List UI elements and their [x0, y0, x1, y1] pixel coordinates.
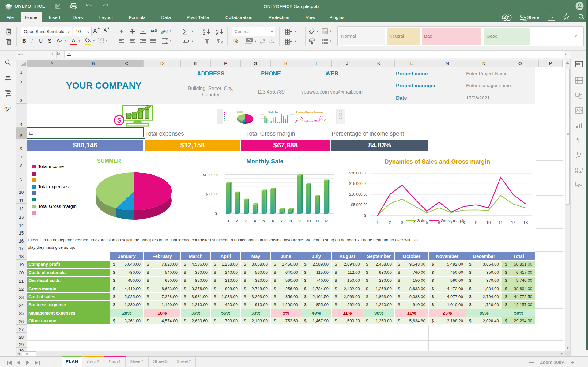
svg-text:11: 11 — [499, 220, 503, 225]
svg-text:A: A — [203, 28, 205, 32]
svg-text:5: 5 — [426, 220, 428, 225]
svg-text:-: - — [263, 122, 264, 124]
svg-text:$-: $- — [215, 212, 218, 215]
svg-text:2: 2 — [236, 219, 238, 223]
svg-text:1,000.00: 1,000.00 — [260, 114, 264, 115]
svg-text:$20,000.00: $20,000.00 — [349, 171, 368, 175]
svg-text:$5,000.00: $5,000.00 — [351, 203, 368, 207]
svg-text:2: 2 — [507, 16, 510, 20]
svg-text:Sale: Sale — [417, 218, 425, 223]
svg-text:Gross margin: Gross margin — [441, 218, 466, 223]
svg-text:Monthly Sale: Monthly Sale — [269, 111, 278, 113]
svg-text:ABC: ABC — [4, 106, 11, 109]
svg-text:Total expenses: Total expenses — [226, 116, 234, 117]
svg-text:2: 2 — [389, 220, 391, 225]
svg-text:$: $ — [117, 117, 121, 124]
svg-text:9: 9 — [298, 219, 301, 223]
svg-text:10,000.00: 10,000.00 — [290, 117, 294, 118]
svg-text:SUMMER: SUMMER — [97, 158, 121, 164]
svg-text:Total income: Total income — [38, 164, 64, 169]
svg-text:11: 11 — [315, 219, 320, 223]
svg-text:Total Gross margin: Total Gross margin — [38, 204, 77, 209]
svg-text:Z: Z — [203, 32, 205, 35]
svg-text:7: 7 — [281, 219, 283, 223]
svg-text:9: 9 — [475, 220, 477, 225]
svg-text:$1,000.00: $1,000.00 — [203, 173, 218, 177]
svg-text:1: 1 — [227, 219, 230, 223]
svg-text:13: 13 — [523, 220, 528, 225]
svg-text:3: 3 — [401, 220, 403, 225]
svg-text:SUMMER: SUMMER — [237, 111, 244, 113]
svg-text:1: 1 — [376, 220, 379, 225]
svg-text:.0: .0 — [262, 39, 265, 42]
svg-text:$10,000.00: $10,000.00 — [349, 192, 368, 197]
svg-text:Dynamics of Sales and Gross ma: Dynamics of Sales and Gross margin — [296, 111, 323, 113]
svg-text:$500.00: $500.00 — [205, 192, 218, 196]
svg-text:Monthly Sale: Monthly Sale — [247, 158, 283, 165]
svg-text:-: - — [294, 122, 294, 124]
svg-text:6: 6 — [438, 220, 440, 225]
svg-text:Z: Z — [216, 28, 218, 32]
svg-text:Total Gross margin: Total Gross margin — [226, 120, 236, 122]
svg-text:Total income: Total income — [226, 112, 233, 113]
svg-text:8: 8 — [289, 219, 292, 223]
svg-text:Total expenses: Total expenses — [38, 184, 69, 189]
svg-text:500.00: 500.00 — [261, 118, 264, 119]
svg-text:$-: $- — [364, 213, 368, 218]
svg-text:12: 12 — [511, 220, 515, 225]
svg-text:.00: .00 — [269, 39, 273, 42]
svg-text:7: 7 — [450, 220, 453, 225]
svg-text:4: 4 — [413, 220, 416, 225]
svg-text:4: 4 — [254, 219, 256, 223]
svg-text:12: 12 — [324, 219, 328, 223]
svg-text:3: 3 — [245, 219, 247, 223]
svg-text:10: 10 — [486, 220, 491, 225]
svg-text:abc: abc — [161, 29, 167, 35]
svg-text:A: A — [216, 32, 218, 35]
svg-text:5,000.00: 5,000.00 — [291, 120, 295, 121]
svg-text:6: 6 — [272, 219, 274, 223]
svg-text:10: 10 — [306, 219, 311, 223]
svg-text:$15,000.00: $15,000.00 — [349, 182, 368, 186]
svg-text:20,000.00: 20,000.00 — [290, 114, 294, 115]
svg-text:8: 8 — [462, 220, 465, 225]
svg-text:AB: AB — [150, 29, 156, 33]
svg-text:5: 5 — [262, 219, 265, 223]
svg-text:Dynamics of Sales and Gross ma: Dynamics of Sales and Gross margin — [385, 158, 490, 165]
